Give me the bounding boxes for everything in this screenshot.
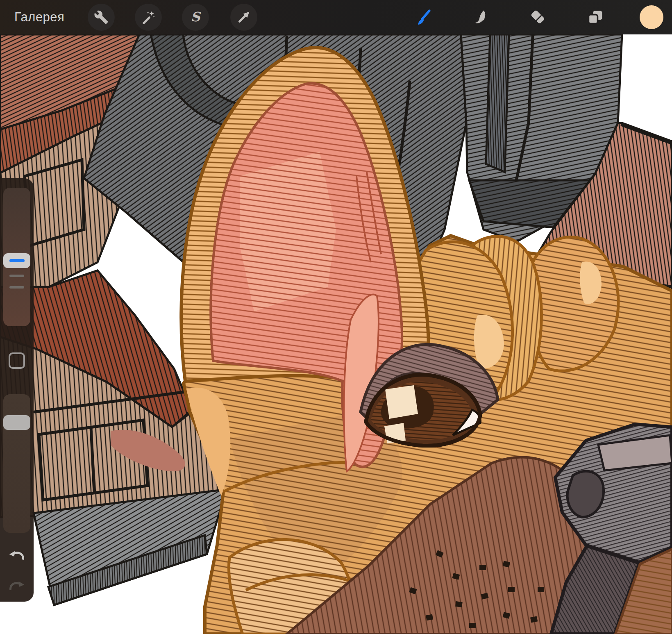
procreate-window: Галерея S [0,0,672,634]
gallery-button[interactable]: Галерея [14,0,64,34]
transform-button[interactable] [230,4,257,31]
brush-size-indicator [9,259,25,262]
transform-arrow-icon [236,10,251,25]
canvas-artwork[interactable] [0,0,672,634]
magic-wand-icon [141,10,156,25]
actions-button[interactable] [88,4,115,31]
layers-icon [586,8,604,26]
undo-button[interactable] [5,546,29,566]
adjustments-button[interactable] [135,4,162,31]
opacity-handle[interactable] [3,415,30,430]
sidebar-panel [0,178,34,602]
svg-text:S: S [191,9,202,24]
smudge-tool-button[interactable] [471,8,489,26]
layers-button[interactable] [586,8,604,26]
eraser-tool-button[interactable] [529,8,547,26]
slider-tick [9,286,24,289]
eraser-icon [529,8,547,26]
undo-icon [8,550,26,563]
brush-size-handle[interactable] [3,253,30,268]
paint-brush-icon [414,8,432,26]
modify-button[interactable] [9,352,25,369]
brush-tool-button[interactable] [414,8,432,26]
opacity-slider[interactable] [3,394,30,533]
redo-icon [8,580,26,593]
brush-size-slider[interactable] [3,188,30,326]
smudge-finger-icon [471,8,489,26]
selection-button[interactable]: S [182,4,209,31]
wrench-icon [94,10,109,25]
top-toolbar: Галерея S [0,0,672,34]
slider-tick [9,275,24,277]
color-swatch-button[interactable] [640,5,663,29]
selection-s-icon: S [187,9,204,25]
redo-button[interactable] [5,577,29,596]
